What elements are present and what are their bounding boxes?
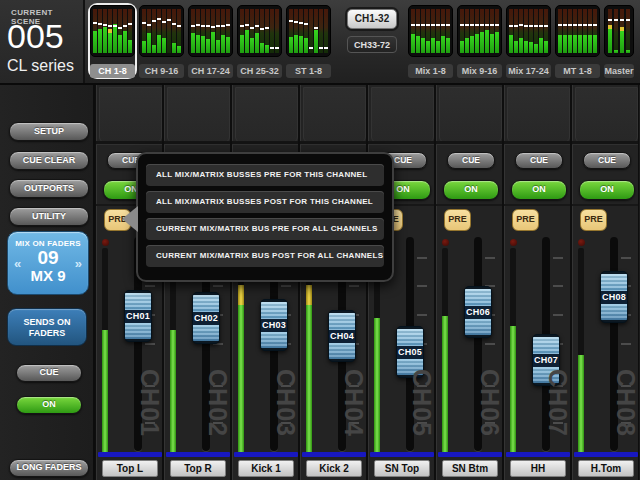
console-series-label: CL series [7,57,74,75]
fader-scale-tick [553,285,563,287]
channel-name-label[interactable]: SN Top [374,460,430,477]
meter-bar [514,9,518,53]
pre-button[interactable]: PRE [580,209,607,231]
bank-button-ch33-72[interactable]: CH33-72 [347,36,397,53]
utility-button[interactable]: UTILITY [9,207,89,226]
meter-bar [216,9,220,53]
popup-item-4[interactable]: CURRENT MIX/MATRIX BUS POST FOR ALL CHAN… [146,245,384,267]
fader-scale-tick [281,285,291,287]
channel-name-label[interactable]: Top R [170,460,226,477]
channel-name-label[interactable]: Kick 2 [306,460,362,477]
channel-strip-ch05: CUEONPRECH05CH05SN Top [367,85,435,480]
channel-name-label[interactable]: Top L [102,460,158,477]
fader-scale-tick [145,343,155,345]
long-faders-button[interactable]: LONG FADERS [9,459,89,477]
prev-mix-bus-icon[interactable]: « [14,256,21,271]
setup-button[interactable]: SETUP [9,122,89,141]
channel-name-label[interactable]: H.Tom [578,460,634,477]
strip-display-panel [507,87,570,143]
popup-item-2[interactable]: ALL MIX/MATRIX BUSSES POST FOR THIS CHAN… [146,191,384,213]
meter-block-mt-1-8[interactable]: MT 1-8 [555,5,600,77]
channel-strip-ch07: CUEONPRECH07CH07HH [503,85,571,480]
channel-name-label[interactable]: Kick 1 [238,460,294,477]
meter-bar [309,9,313,53]
meter-bar [123,9,127,53]
strip-display-panel [439,87,502,143]
fader-cap[interactable]: CH02 [192,292,220,344]
fader-scale-tick [417,314,427,316]
channel-strip-ch06: CUEONPRECH06CH06SN Btm [435,85,503,480]
meter-bars [408,5,453,57]
meter-bar [147,9,151,53]
popup-item-3[interactable]: CURRENT MIX/MATRIX BUS PRE FOR ALL CHANN… [146,218,384,240]
cue-clear-button[interactable]: CUE CLEAR [9,151,89,170]
meter-bar [558,9,562,53]
fader-scale-tick [417,257,427,259]
meter-block-mix-9-16[interactable]: Mix 9-16 [457,5,502,77]
meter-block-ch-17-24[interactable]: CH 17-24 [188,5,233,77]
on-button[interactable]: ON [443,180,499,200]
fader-scale-tick [349,285,359,287]
meter-bar [128,9,132,53]
meter-block-ch-9-16[interactable]: CH 9-16 [139,5,184,77]
meter-bar [614,9,618,53]
fader-cap[interactable]: CH01 [124,290,152,342]
fader-scale-tick [417,285,427,287]
sends-on-faders-button[interactable]: SENDS ON FADERS [7,308,87,346]
meter-block-mix-1-8[interactable]: Mix 1-8 [408,5,453,77]
meter-bar [245,9,249,53]
meter-bar [470,9,474,53]
strip-divider [572,204,638,206]
sidebar-cue-button[interactable]: CUE [16,364,82,382]
outports-button[interactable]: OUTPORTS [9,179,89,198]
channel-name-label[interactable]: SN Btm [442,460,498,477]
channel-name-label[interactable]: HH [510,460,566,477]
meter-bar [563,9,567,53]
sidebar: SETUP CUE CLEAR OUTPORTS UTILITY MIX ON … [0,85,95,480]
meter-bar [620,9,624,53]
fader-cap[interactable]: CH03 [260,299,288,351]
channel-watermark: CH08 [614,357,638,449]
fader-cap[interactable]: CH08 [600,271,628,323]
scene-panel[interactable]: CURRENT SCENE 005 CL series [0,0,85,83]
strip-display-panel [371,87,434,143]
cue-button[interactable]: CUE [447,152,495,169]
strip-groove [504,141,570,145]
pre-button[interactable]: PRE [512,209,539,231]
strip-groove [96,141,162,145]
on-button[interactable]: ON [579,180,635,200]
meter-bar [275,9,279,53]
on-button[interactable]: ON [511,180,567,200]
meter-bars [188,5,233,57]
fader-scale-tick [213,285,223,287]
channel-meter [578,248,584,453]
meter-bars [237,5,282,57]
bank-button-ch1-32[interactable]: CH1-32 [347,9,397,29]
cue-button[interactable]: CUE [583,152,631,169]
next-mix-bus-icon[interactable]: » [75,256,82,271]
meter-bar [593,9,597,53]
meter-bar [421,9,425,53]
meter-block-label: Mix 1-8 [408,64,453,78]
meter-block-ch-25-32[interactable]: CH 25-32 [237,5,282,77]
meter-block-st-1-8[interactable]: ST 1-8 [286,5,331,77]
cue-button[interactable]: CUE [515,152,563,169]
channel-strip-ch03: CUEONPRECH03CH03Kick 1 [231,85,299,480]
meter-bar [539,9,543,53]
popup-arrow-icon [122,206,138,232]
meter-block-ch-1-8[interactable]: CH 1-8 [90,5,135,77]
channel-watermark: CH02 [206,357,230,449]
channel-color-bar [438,452,502,457]
mix-on-faders-panel[interactable]: MIX ON FADERS 09 MX 9 « » [7,231,89,295]
meter-bar [411,9,415,53]
fader-cap[interactable]: CH04 [328,310,356,362]
fader-cap[interactable]: CH06 [464,286,492,338]
fader-scale-tick [621,257,631,259]
meter-bar [324,9,328,53]
meter-block-master[interactable]: Master [604,5,640,77]
meter-block-mix-17-24[interactable]: Mix 17-24 [506,5,551,77]
pre-button[interactable]: PRE [444,209,471,231]
sidebar-on-button[interactable]: ON [16,396,82,414]
channel-color-bar [98,452,162,457]
popup-item-1[interactable]: ALL MIX/MATRIX BUSSES PRE FOR THIS CHANN… [146,164,384,186]
